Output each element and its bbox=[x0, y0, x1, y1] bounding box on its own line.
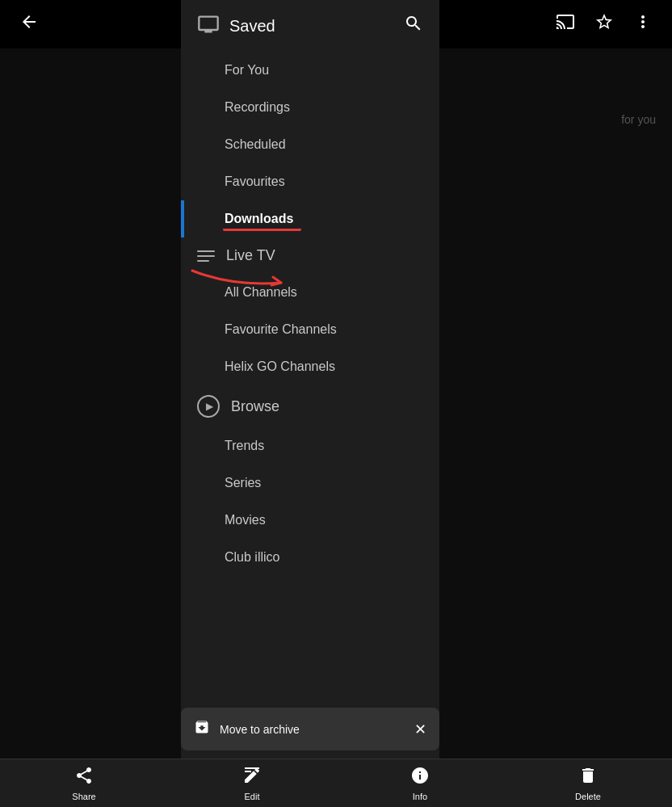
sidebar-item-scheduled[interactable]: Scheduled bbox=[181, 126, 439, 163]
live-tv-header: Live TV bbox=[181, 237, 439, 274]
live-tv-title: Live TV bbox=[226, 247, 275, 264]
sidebar-item-for-you[interactable]: For You bbox=[181, 52, 439, 89]
search-icon[interactable] bbox=[404, 14, 423, 38]
live-tv-section: Live TV All Channels Favourite Channels … bbox=[181, 237, 439, 385]
star-button[interactable] bbox=[588, 6, 620, 43]
toast-close-button[interactable]: ✕ bbox=[414, 721, 426, 738]
toast-archive-icon bbox=[194, 719, 210, 739]
browse-header: ▶ Browse bbox=[181, 385, 439, 427]
downloads-label: Downloads bbox=[225, 212, 293, 226]
delete-icon bbox=[578, 766, 598, 790]
top-bar-right bbox=[549, 6, 659, 43]
sidebar-item-downloads[interactable]: Downloads bbox=[181, 200, 439, 237]
info-label: Info bbox=[413, 792, 427, 801]
bottom-nav: Share Edit Info Delete bbox=[0, 759, 672, 807]
bottom-nav-info[interactable]: Info bbox=[336, 761, 504, 806]
cast-button[interactable] bbox=[549, 6, 582, 43]
browse-icon: ▶ bbox=[197, 395, 220, 418]
more-button[interactable] bbox=[627, 6, 659, 43]
sidebar-item-recordings[interactable]: Recordings bbox=[181, 89, 439, 126]
sidebar-item-favourites[interactable]: Favourites bbox=[181, 163, 439, 200]
browse-section: ▶ Browse Trends Series Movies Club illic… bbox=[181, 385, 439, 576]
sidebar-item-favourite-channels[interactable]: Favourite Channels bbox=[181, 311, 439, 348]
edit-icon bbox=[242, 766, 262, 790]
saved-section: For You Recordings Scheduled Favourites … bbox=[181, 52, 439, 237]
share-icon bbox=[74, 766, 94, 790]
bottom-nav-share[interactable]: Share bbox=[0, 761, 168, 806]
browse-title: Browse bbox=[231, 398, 279, 415]
share-label: Share bbox=[72, 792, 95, 801]
delete-label: Delete bbox=[575, 792, 601, 801]
toast: Move to archive ✕ bbox=[181, 708, 439, 750]
drawer-title: Saved bbox=[229, 17, 275, 36]
lines-icon bbox=[197, 250, 215, 262]
bottom-nav-edit[interactable]: Edit bbox=[168, 761, 336, 806]
info-icon bbox=[410, 766, 430, 790]
side-drawer: Saved For You Recordings Scheduled Favou… bbox=[181, 0, 439, 759]
sidebar-item-club-illico[interactable]: Club illico bbox=[181, 539, 439, 576]
sidebar-item-helix-go-channels[interactable]: Helix GO Channels bbox=[181, 348, 439, 385]
drawer-header: Saved bbox=[181, 0, 439, 52]
toast-text: Move to archive bbox=[220, 723, 405, 736]
edit-label: Edit bbox=[245, 792, 260, 801]
back-button[interactable] bbox=[13, 6, 45, 43]
saved-icon bbox=[197, 13, 220, 39]
sidebar-item-trends[interactable]: Trends bbox=[181, 427, 439, 464]
sidebar-item-movies[interactable]: Movies bbox=[181, 502, 439, 539]
top-bar-left bbox=[13, 6, 45, 43]
sidebar-item-series[interactable]: Series bbox=[181, 464, 439, 502]
sidebar-item-all-channels[interactable]: All Channels bbox=[181, 274, 439, 311]
drawer-header-left: Saved bbox=[197, 13, 275, 39]
bottom-nav-delete[interactable]: Delete bbox=[504, 761, 672, 806]
